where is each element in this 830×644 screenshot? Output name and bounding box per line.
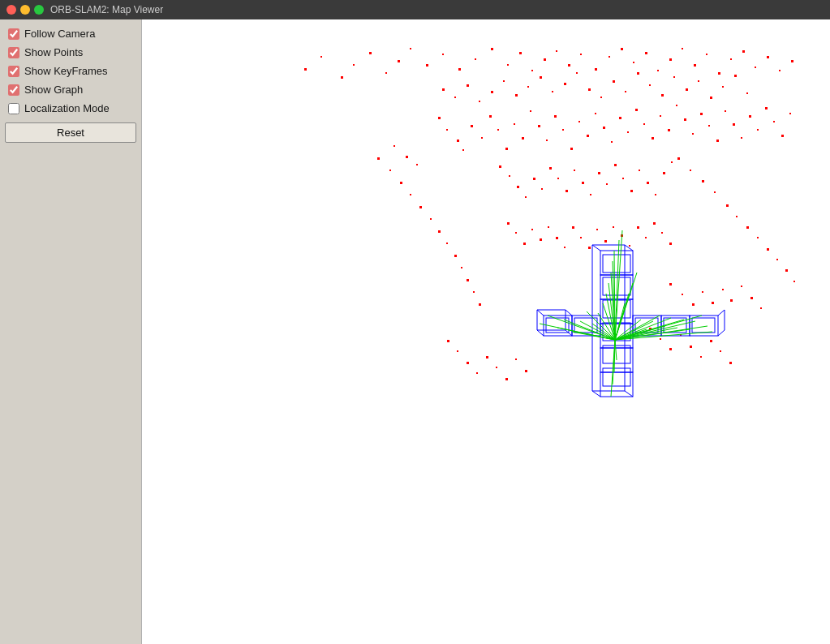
svg-rect-49 [588, 88, 591, 91]
show-keyframes-label[interactable]: Show KeyFrames [24, 65, 108, 77]
svg-rect-101 [749, 115, 751, 118]
localization-mode-checkbox[interactable] [8, 103, 19, 114]
maximize-button[interactable] [34, 5, 44, 15]
map-canvas [142, 19, 830, 644]
svg-rect-130 [757, 237, 759, 238]
svg-rect-62 [746, 92, 748, 94]
svg-rect-2 [341, 76, 343, 79]
svg-rect-73 [522, 137, 524, 140]
svg-rect-132 [776, 259, 778, 260]
svg-rect-199 [669, 348, 672, 350]
svg-rect-184 [730, 299, 733, 302]
svg-rect-141 [549, 167, 552, 170]
svg-rect-18 [568, 64, 570, 67]
svg-rect-107 [377, 157, 380, 160]
svg-rect-152 [639, 170, 640, 171]
svg-rect-67 [471, 125, 473, 127]
show-graph-label[interactable]: Show Graph [24, 84, 83, 96]
app-body: Follow Camera Show Points Show KeyFrames… [0, 19, 830, 644]
svg-rect-59 [710, 97, 712, 99]
svg-rect-30 [718, 72, 720, 75]
svg-rect-71 [505, 148, 508, 150]
svg-rect-23 [633, 62, 634, 63]
svg-rect-157 [507, 222, 510, 225]
svg-rect-151 [630, 190, 633, 192]
svg-rect-88 [643, 123, 645, 125]
svg-rect-179 [682, 294, 683, 295]
svg-rect-45 [540, 76, 542, 79]
svg-rect-116 [461, 267, 462, 268]
show-points-row: Show Points [5, 45, 136, 60]
svg-rect-39 [467, 84, 469, 87]
map-viewer[interactable] [142, 19, 830, 644]
svg-rect-1 [320, 56, 322, 58]
svg-rect-143 [566, 190, 568, 192]
svg-rect-61 [734, 75, 737, 77]
svg-rect-126 [714, 191, 716, 193]
svg-line-236 [537, 310, 544, 316]
svg-rect-22 [621, 48, 623, 50]
svg-rect-172 [629, 245, 630, 247]
svg-rect-25 [657, 70, 659, 71]
show-graph-checkbox[interactable] [8, 84, 19, 96]
svg-rect-95 [700, 113, 703, 115]
minimize-button[interactable] [20, 5, 30, 15]
svg-rect-38 [454, 97, 456, 98]
svg-rect-92 [676, 105, 677, 106]
svg-rect-36 [791, 60, 793, 62]
svg-rect-205 [729, 362, 732, 364]
svg-rect-5 [385, 72, 387, 74]
svg-rect-46 [552, 91, 553, 92]
svg-rect-201 [690, 346, 692, 348]
svg-rect-148 [606, 183, 608, 185]
svg-rect-128 [736, 216, 738, 217]
svg-rect-118 [473, 291, 475, 293]
follow-camera-checkbox[interactable] [8, 28, 19, 40]
svg-rect-136 [509, 175, 510, 177]
svg-rect-104 [773, 121, 775, 122]
svg-rect-37 [442, 88, 445, 91]
svg-rect-181 [702, 291, 703, 293]
keyframe-structure [537, 245, 725, 397]
svg-rect-159 [523, 243, 526, 245]
show-points-label[interactable]: Show Points [24, 46, 83, 58]
svg-rect-75 [538, 125, 540, 127]
svg-rect-176 [661, 232, 663, 234]
svg-rect-29 [706, 54, 707, 55]
svg-rect-96 [708, 125, 710, 127]
svg-rect-178 [669, 283, 672, 286]
svg-rect-109 [400, 182, 402, 184]
follow-camera-label[interactable]: Follow Camera [24, 28, 95, 40]
svg-rect-94 [692, 133, 694, 135]
svg-rect-102 [757, 129, 759, 131]
svg-rect-166 [580, 237, 582, 238]
show-points-checkbox[interactable] [8, 47, 19, 58]
localization-mode-label[interactable]: Localization Mode [24, 102, 110, 114]
show-keyframes-checkbox[interactable] [8, 66, 19, 77]
svg-rect-202 [700, 356, 702, 358]
svg-rect-10 [458, 68, 461, 71]
svg-rect-133 [785, 269, 788, 272]
window-controls[interactable] [6, 5, 44, 15]
svg-rect-225 [603, 255, 630, 273]
svg-rect-121 [406, 156, 408, 158]
svg-rect-60 [722, 86, 724, 88]
svg-rect-160 [531, 229, 533, 230]
svg-rect-90 [660, 115, 661, 117]
svg-rect-193 [496, 367, 497, 368]
follow-camera-row: Follow Camera [5, 26, 136, 41]
svg-rect-115 [454, 255, 457, 257]
svg-rect-14 [519, 52, 522, 54]
svg-rect-82 [595, 113, 596, 114]
close-button[interactable] [6, 5, 16, 15]
svg-line-245 [718, 330, 725, 336]
svg-rect-108 [389, 170, 391, 171]
svg-rect-8 [426, 64, 428, 67]
svg-rect-117 [467, 279, 469, 281]
svg-rect-19 [580, 54, 582, 55]
svg-rect-123 [677, 157, 680, 160]
svg-rect-72 [514, 123, 515, 125]
localization-mode-row: Localization Mode [5, 101, 136, 116]
reset-button[interactable]: Reset [5, 122, 136, 143]
svg-rect-52 [625, 91, 626, 92]
